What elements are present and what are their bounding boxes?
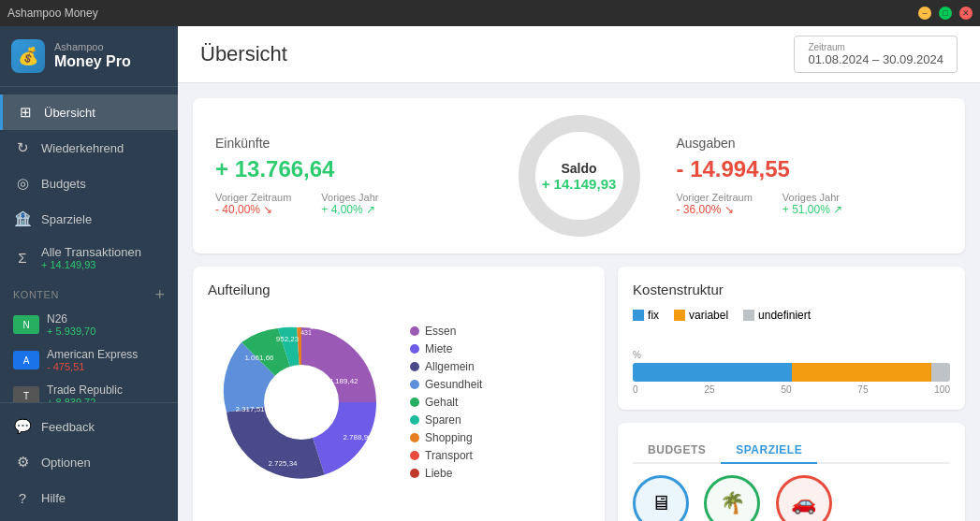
budget-item-3: 🚗 Gefährdet: 2	[775, 475, 832, 521]
sidebar-item-optionen[interactable]: ⚙ Optionen	[0, 444, 178, 480]
einkunfte-comparisons: Voriger Zeitraum - 40,00% ↘ Voriges Jahr…	[215, 192, 482, 216]
date-range-value: 01.08.2024 – 30.09.2024	[808, 52, 943, 66]
einkunfte-vorjahr-value: + 4,00% ↗	[321, 203, 378, 216]
charts-row: Aufteilung	[193, 267, 965, 521]
budget-item-1: 🖥 Im Plan: 1	[633, 475, 689, 521]
sidebar-label-optionen: Optionen	[41, 456, 91, 470]
budget-items: 🖥 Im Plan: 1 🌴 🚗 Gefährdet: 2	[633, 475, 950, 521]
liebe-dot	[410, 469, 419, 478]
sidebar-label-feedback: Feedback	[41, 420, 95, 434]
svg-text:314: 314	[310, 324, 321, 330]
einkunfte-section: Einkünfte + 13.766,64 Voriger Zeitraum -…	[215, 136, 482, 216]
title-bar: Ashampoo Money – □ ✕	[0, 0, 980, 26]
sidebar-item-ubersicht[interactable]: ⊞ Übersicht	[0, 94, 178, 130]
undef-box	[743, 310, 754, 321]
sidebar-sub-transaktionen: + 14.149,93	[41, 259, 141, 270]
konten-section: Konten +	[0, 279, 178, 307]
transport-dot	[410, 451, 419, 460]
cost-bar	[633, 363, 950, 382]
tab-sparziele[interactable]: SPARZIELE	[721, 438, 817, 464]
var-box	[674, 310, 685, 321]
ausgaben-comparisons: Voriger Zeitraum - 36,00% ↘ Voriges Jahr…	[677, 192, 943, 216]
legend-gehalt: Gehalt	[410, 396, 482, 409]
sidebar-label-transaktionen: Alle Transaktionen	[41, 245, 141, 259]
cost-bar-container: % 0 25 50 75 100	[633, 331, 950, 395]
sidebar-item-sparziele[interactable]: 🏦 Sparziele	[0, 201, 178, 237]
sigma-icon: Σ	[13, 249, 32, 268]
ausgaben-vorzeitraum-value: - 36,00% ↘	[677, 203, 753, 216]
kostenstruktur-card: Kostenstruktur fix variabel	[618, 267, 965, 410]
sidebar-label-ubersicht: Übersicht	[44, 106, 95, 120]
account-n26[interactable]: N N26 + 5.939,70	[0, 307, 178, 342]
amex-icon: A	[13, 351, 39, 369]
aufteilung-title: Aufteilung	[208, 282, 590, 297]
n26-icon: N	[13, 315, 39, 334]
sidebar-item-feedback[interactable]: 💬 Feedback	[0, 409, 178, 444]
sidebar-logo: 💰 Ashampoo Money Pro	[0, 26, 178, 87]
settings-icon: ⚙	[13, 453, 32, 471]
svg-text:4.189,42: 4.189,42	[329, 377, 358, 385]
legend-gesundheit: Gesundheit	[410, 378, 482, 391]
essen-dot	[410, 326, 419, 336]
legend-essen: Essen	[410, 325, 482, 338]
app-logo-icon: 💰	[11, 39, 45, 73]
sparen-dot	[410, 415, 419, 425]
company-name: Ashampoo	[54, 41, 131, 52]
einkunfte-vorzeitraum-label: Voriger Zeitraum	[215, 192, 291, 203]
einkunfte-amount: + 13.766,64	[215, 156, 482, 182]
budget-sparziele-card: BUDGETS SPARZIELE 🖥 Im Plan: 1 🌴	[618, 423, 965, 521]
pie-container: 4.189,42 2.788,90 2.725,34 2.317,51 1.06…	[208, 309, 590, 496]
minimize-button[interactable]: –	[918, 7, 931, 20]
page-title: Übersicht	[200, 42, 287, 66]
right-column: Kostenstruktur fix variabel	[618, 267, 965, 521]
amex-balance: - 475,51	[47, 361, 138, 372]
einkunfte-vorzeitraum-value: - 40,00% ↘	[215, 203, 291, 216]
svg-text:2.725,34: 2.725,34	[268, 459, 298, 468]
window-controls: – □ ✕	[918, 7, 973, 20]
budget-icon: ◎	[13, 174, 32, 193]
sidebar-item-wiederkehrend[interactable]: ↻ Wiederkehrend	[0, 130, 178, 166]
trade-name: Trade Republic	[47, 384, 123, 397]
allgemein-dot	[410, 362, 419, 371]
svg-text:431: 431	[300, 329, 312, 336]
tab-budgets[interactable]: BUDGETS	[633, 438, 721, 462]
main-header: Übersicht Zeitraum 01.08.2024 – 30.09.20…	[178, 26, 980, 83]
svg-text:2.317,51: 2.317,51	[235, 405, 265, 413]
aufteilung-card: Aufteilung	[193, 267, 605, 521]
add-account-button[interactable]: +	[154, 286, 165, 303]
legend-transport: Transport	[410, 449, 482, 462]
legend-liebe: Liebe	[410, 467, 482, 480]
savings-icon: 🏦	[13, 210, 32, 228]
date-range-box[interactable]: Zeitraum 01.08.2024 – 30.09.2024	[794, 36, 958, 73]
sidebar: 💰 Ashampoo Money Pro ⊞ Übersicht ↻ Wiede…	[0, 26, 178, 521]
ausgaben-section: Ausgaben - 14.994,55 Voriger Zeitraum - …	[677, 136, 943, 216]
svg-point-1	[264, 365, 339, 440]
saldo-title: Saldo	[542, 161, 617, 176]
ausgaben-vorjahr-value: + 51,00% ↗	[783, 203, 842, 216]
account-amex[interactable]: A American Express - 475,51	[0, 342, 178, 378]
ausgaben-vorjahr-label: Voriges Jahr	[783, 192, 842, 203]
close-button[interactable]: ✕	[959, 7, 973, 20]
sidebar-item-transaktionen[interactable]: Σ Alle Transaktionen + 14.149,93	[0, 237, 178, 279]
cost-legend: fix variabel undefiniert	[633, 309, 950, 322]
undef-bar	[931, 363, 950, 382]
saldo-section: Saldo + 14.149,93	[495, 115, 664, 237]
percent-label: %	[633, 350, 950, 360]
fix-label: fix	[648, 309, 659, 322]
sidebar-item-hilfe[interactable]: ? Hilfe	[0, 480, 178, 515]
summary-row: Einkünfte + 13.766,64 Voriger Zeitraum -…	[193, 98, 965, 253]
budget-tabs: BUDGETS SPARZIELE	[633, 438, 950, 464]
sidebar-bottom: 💬 Feedback ⚙ Optionen ? Hilfe	[0, 402, 178, 521]
budget-circle-3: 🚗	[776, 475, 832, 521]
maximize-button[interactable]: □	[939, 7, 952, 20]
ausgaben-vorzeitraum-label: Voriger Zeitraum	[677, 192, 753, 203]
n26-name: N26	[47, 312, 95, 326]
n26-balance: + 5.939,70	[47, 326, 95, 337]
legend-sparen: Sparen	[410, 413, 482, 427]
sidebar-item-budgets[interactable]: ◎ Budgets	[0, 166, 178, 201]
ausgaben-label: Ausgaben	[677, 136, 943, 151]
account-trade[interactable]: T Trade Republic + 8.839,72	[0, 378, 178, 402]
amex-name: American Express	[47, 348, 138, 361]
svg-text:2.788,90: 2.788,90	[343, 433, 373, 441]
grid-icon: ⊞	[16, 103, 35, 122]
